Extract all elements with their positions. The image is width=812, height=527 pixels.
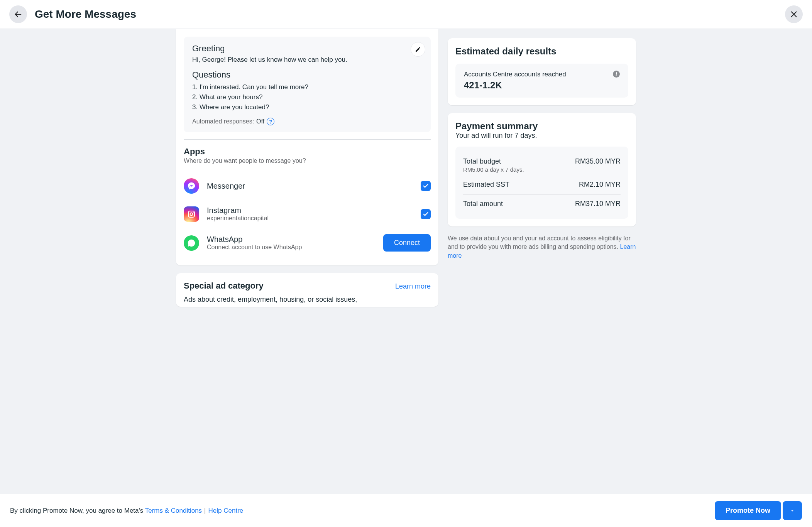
app-name-instagram: Instagram <box>207 206 269 215</box>
sst-line: Estimated SST RM2.10 MYR <box>463 177 621 193</box>
page-title: Get More Messages <box>35 8 136 20</box>
whatsapp-connect-button[interactable]: Connect <box>383 234 431 252</box>
questions-title: Questions <box>192 70 422 80</box>
message-template-card: Greeting Hi, George! Please let us know … <box>176 29 438 265</box>
sst-label: Estimated SST <box>463 181 509 189</box>
edit-greeting-button[interactable] <box>411 42 425 57</box>
instagram-checkbox[interactable] <box>421 209 431 219</box>
app-name-messenger: Messenger <box>207 182 245 191</box>
special-ad-category-card: Special ad category Learn more Ads about… <box>176 273 438 307</box>
modal-header: Get More Messages <box>0 0 812 29</box>
payment-subtitle: Your ad will run for 7 days. <box>455 132 628 140</box>
apps-subtitle: Where do you want people to message you? <box>184 157 431 164</box>
sst-amount: RM2.10 MYR <box>579 181 621 189</box>
instagram-icon <box>184 206 199 222</box>
caret-down-icon <box>790 508 795 513</box>
close-button[interactable] <box>785 5 803 23</box>
messenger-icon <box>184 178 199 194</box>
app-sub-instagram: experimentationcapital <box>207 215 269 222</box>
special-learn-more-link[interactable]: Learn more <box>395 282 431 291</box>
arrow-left-icon <box>14 10 22 19</box>
footer-prefix: By clicking Promote Now, you agree to Me… <box>10 507 145 514</box>
billing-disclaimer: We use data about you and your ad accoun… <box>448 234 636 260</box>
check-icon <box>423 211 429 217</box>
app-sub-whatsapp: Connect account to use WhatsApp <box>207 244 302 251</box>
footer-separator: | <box>204 507 206 514</box>
modal-footer: By clicking Promote Now, you agree to Me… <box>0 494 812 527</box>
promote-now-button[interactable]: Promote Now <box>715 501 781 520</box>
back-button[interactable] <box>9 5 27 23</box>
question-item: I'm interested. Can you tell me more? <box>192 82 422 92</box>
divider <box>184 139 431 140</box>
app-row-instagram: Instagram experimentationcapital <box>184 200 431 228</box>
question-item: Where are you located? <box>192 102 422 112</box>
help-icon[interactable]: ? <box>267 118 274 125</box>
close-icon <box>790 10 798 19</box>
whatsapp-icon <box>184 235 199 251</box>
budget-line: Total budget RM5.00 a day x 7 days. RM35… <box>463 154 621 177</box>
app-row-messenger: Messenger <box>184 172 431 200</box>
greeting-title: Greeting <box>192 44 422 54</box>
greeting-text: Hi, George! Please let us know how we ca… <box>192 56 422 64</box>
metric-value: 421-1.2K <box>464 80 566 91</box>
apps-title: Apps <box>184 147 431 157</box>
estimated-results-card: Estimated daily results Accounts Centre … <box>448 38 636 105</box>
total-label: Total amount <box>463 200 503 208</box>
disclaimer-text: We use data about you and your ad accoun… <box>448 235 631 250</box>
svg-point-4 <box>190 213 193 215</box>
results-title: Estimated daily results <box>455 46 628 57</box>
payment-summary-card: Payment summary Your ad will run for 7 d… <box>448 113 636 226</box>
payment-divider <box>463 194 621 194</box>
special-category-title: Special ad category <box>184 281 264 291</box>
budget-label: Total budget <box>463 157 524 166</box>
greeting-box: Greeting Hi, George! Please let us know … <box>184 37 431 132</box>
app-name-whatsapp: WhatsApp <box>207 235 302 244</box>
automated-responses-row: Automated responses: Off ? <box>192 118 422 125</box>
question-item: What are your hours? <box>192 92 422 102</box>
payment-box: Total budget RM5.00 a day x 7 days. RM35… <box>455 147 628 219</box>
terms-link[interactable]: Terms & Conditions <box>145 507 202 514</box>
budget-amount: RM35.00 MYR <box>575 157 621 166</box>
payment-title: Payment summary <box>455 121 628 132</box>
questions-list: I'm interested. Can you tell me more? Wh… <box>192 82 422 112</box>
app-row-whatsapp: WhatsApp Connect account to use WhatsApp… <box>184 228 431 258</box>
help-centre-link[interactable]: Help Centre <box>208 507 244 514</box>
special-category-desc: Ads about credit, employment, housing, o… <box>184 296 431 304</box>
pencil-icon <box>415 46 421 52</box>
budget-sub: RM5.00 a day x 7 days. <box>463 166 524 173</box>
check-icon <box>423 183 429 189</box>
info-icon[interactable]: i <box>613 71 620 78</box>
metric-label: Accounts Centre accounts reached <box>464 71 566 78</box>
svg-point-5 <box>193 212 194 213</box>
automated-responses-value: Off <box>256 118 264 125</box>
results-metric-box: Accounts Centre accounts reached 421-1.2… <box>455 64 628 98</box>
total-line: Total amount RM37.10 MYR <box>463 196 621 212</box>
footer-agreement-text: By clicking Promote Now, you agree to Me… <box>10 507 243 515</box>
automated-responses-label: Automated responses: <box>192 118 254 125</box>
messenger-checkbox[interactable] <box>421 181 431 191</box>
promote-dropdown-button[interactable] <box>783 501 802 520</box>
total-amount: RM37.10 MYR <box>575 200 621 208</box>
